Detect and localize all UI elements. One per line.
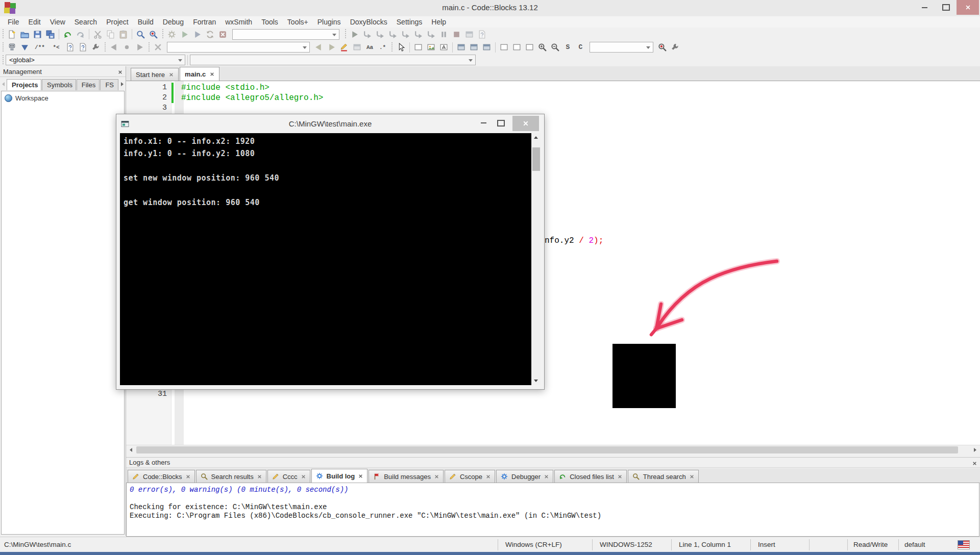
menu-item-wxsmith[interactable]: wxSmith bbox=[220, 17, 257, 27]
wxsmith-resource-combo[interactable] bbox=[590, 42, 653, 53]
menu-item-edit[interactable]: Edit bbox=[24, 17, 45, 27]
scroll-up-icon[interactable] bbox=[534, 136, 538, 139]
doxyblocks-block-comment-button[interactable]: /** bbox=[31, 41, 48, 54]
replace-button[interactable] bbox=[147, 28, 160, 40]
toolbar-grip[interactable] bbox=[148, 42, 150, 53]
next-instruction-button[interactable] bbox=[412, 28, 425, 40]
open-file-button[interactable] bbox=[18, 28, 31, 40]
toolbar-grip[interactable] bbox=[161, 29, 164, 39]
build-log-content[interactable]: 0 error(s), 0 warning(s) (0 minute(s), 0… bbox=[126, 483, 979, 537]
tab-build-log[interactable]: Build log bbox=[311, 469, 368, 483]
scrollbar-thumb[interactable] bbox=[532, 147, 540, 171]
tab-codeblocks-log[interactable]: Code::Blocks bbox=[128, 470, 195, 483]
find-button[interactable] bbox=[134, 28, 147, 40]
keyboard-layout-flag-icon[interactable] bbox=[958, 540, 970, 549]
wxsmith-source-button[interactable]: S bbox=[561, 41, 574, 54]
step-into-instruction-button[interactable] bbox=[425, 28, 437, 40]
step-out-button[interactable] bbox=[399, 28, 412, 40]
run-to-cursor-button[interactable] bbox=[361, 28, 374, 40]
console-title-bar[interactable]: C:\MinGW\test\main.exe bbox=[116, 114, 544, 133]
copy-button[interactable] bbox=[104, 28, 117, 40]
toolbar-grip[interactable] bbox=[2, 42, 4, 53]
incsearch-next-button[interactable] bbox=[325, 41, 338, 54]
tab-thread-search[interactable]: Thread search bbox=[628, 470, 699, 483]
scroll-left-button[interactable] bbox=[127, 446, 135, 454]
menu-item-debug[interactable]: Debug bbox=[158, 17, 188, 27]
stop-debugger-button[interactable] bbox=[450, 28, 463, 40]
wxsmith-pointer-button[interactable] bbox=[395, 41, 407, 54]
redo-button[interactable] bbox=[74, 28, 87, 40]
wxsmith-window-button[interactable] bbox=[412, 41, 425, 54]
doxyblocks-extract-button[interactable] bbox=[6, 41, 18, 54]
incsearch-input[interactable] bbox=[167, 42, 310, 53]
tab-debugger-log[interactable]: Debugger bbox=[496, 470, 553, 483]
step-into-button[interactable] bbox=[386, 28, 399, 40]
doxyblocks-line-comment-button[interactable]: *< bbox=[48, 41, 64, 54]
editor-horizontal-scrollbar[interactable] bbox=[126, 445, 980, 455]
tab-close-button[interactable] bbox=[690, 473, 694, 481]
scrollbar-thumb[interactable] bbox=[136, 446, 958, 453]
function-combo[interactable] bbox=[190, 55, 476, 65]
tab-close-button[interactable] bbox=[210, 70, 214, 78]
run-button[interactable] bbox=[178, 28, 191, 40]
wxsmith-dialog-button[interactable] bbox=[480, 41, 493, 54]
menu-item-file[interactable]: File bbox=[3, 17, 24, 27]
incsearch-highlight-button[interactable] bbox=[338, 41, 351, 54]
tab-close-button[interactable] bbox=[186, 473, 190, 481]
abort-build-button[interactable] bbox=[216, 28, 229, 40]
console-window[interactable]: C:\MinGW\test\main.exe info.x1: 0 -- inf… bbox=[116, 114, 545, 390]
console-close-button[interactable] bbox=[512, 116, 539, 131]
rebuild-button[interactable] bbox=[204, 28, 216, 40]
wxsmith-spacer-button[interactable] bbox=[523, 41, 536, 54]
debugging-windows-button[interactable] bbox=[463, 28, 476, 40]
close-button[interactable] bbox=[957, 0, 979, 15]
tab-scroll-right-button[interactable] bbox=[119, 78, 126, 90]
logs-close-button[interactable] bbox=[972, 460, 977, 467]
tab-close-button[interactable] bbox=[544, 473, 549, 481]
wxsmith-sizer-button[interactable] bbox=[498, 41, 510, 54]
jump-forward-button[interactable] bbox=[133, 41, 146, 54]
toolbar-grip[interactable] bbox=[2, 55, 4, 65]
minimize-button[interactable] bbox=[914, 0, 935, 15]
menu-item-build[interactable]: Build bbox=[133, 17, 158, 27]
tab-cscope[interactable]: Cscope bbox=[445, 470, 495, 483]
incsearch-prev-button[interactable] bbox=[312, 41, 325, 54]
tab-close-button[interactable] bbox=[169, 71, 174, 79]
scope-combo[interactable]: <global> bbox=[6, 55, 185, 65]
menu-item-project[interactable]: Project bbox=[102, 17, 133, 27]
tab-close-button[interactable] bbox=[301, 473, 306, 481]
doxyblocks-run-html-button[interactable] bbox=[64, 41, 77, 54]
build-button[interactable] bbox=[165, 28, 178, 40]
scroll-down-icon[interactable] bbox=[534, 380, 538, 382]
tab-scroll-left-button[interactable] bbox=[0, 78, 7, 90]
wxsmith-frame-button[interactable] bbox=[468, 41, 480, 54]
tab-start-here[interactable]: Start here bbox=[131, 68, 179, 81]
maximize-button[interactable] bbox=[935, 0, 957, 15]
doxyblocks-input-button[interactable] bbox=[18, 41, 31, 54]
tab-projects[interactable]: Projects bbox=[7, 79, 41, 90]
tab-close-button[interactable] bbox=[257, 473, 262, 481]
incsearch-selected-only-button[interactable] bbox=[351, 41, 363, 54]
zoom-in-button[interactable] bbox=[536, 41, 549, 54]
incsearch-clear-button[interactable] bbox=[152, 41, 164, 54]
wxsmith-border-button[interactable] bbox=[510, 41, 523, 54]
menu-item-tools[interactable]: Tools bbox=[257, 17, 283, 27]
tab-cccc[interactable]: Cccc bbox=[267, 470, 310, 483]
console-maximize-button[interactable] bbox=[493, 116, 508, 130]
tab-main-c[interactable]: main.c bbox=[180, 67, 219, 81]
menu-item-settings[interactable]: Settings bbox=[392, 17, 427, 27]
zoom-out-button[interactable] bbox=[549, 41, 561, 54]
toolbar-grip[interactable] bbox=[2, 29, 4, 39]
jump-back-button[interactable] bbox=[108, 41, 120, 54]
next-line-button[interactable] bbox=[374, 28, 386, 40]
toolbar-grip[interactable] bbox=[344, 29, 347, 39]
tab-fsymbols[interactable]: FS bbox=[100, 79, 118, 90]
valgrind-memcheck-button[interactable] bbox=[656, 41, 669, 54]
valgrind-cachegrind-button[interactable] bbox=[669, 41, 681, 54]
break-debugger-button[interactable] bbox=[437, 28, 450, 40]
toolbar-grip[interactable] bbox=[104, 42, 106, 53]
menu-item-search[interactable]: Search bbox=[70, 17, 102, 27]
wxsmith-panel-button[interactable] bbox=[455, 41, 468, 54]
tab-close-button[interactable] bbox=[358, 472, 363, 480]
menu-item-view[interactable]: View bbox=[45, 17, 70, 27]
